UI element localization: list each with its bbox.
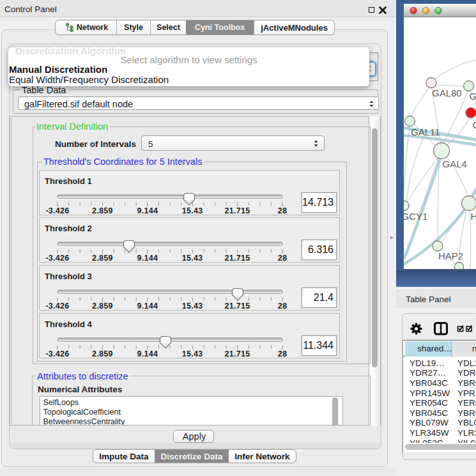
svg-text:28: 28 [278,349,288,358]
svg-text:21.715: 21.715 [225,254,250,262]
svg-text:28: 28 [278,302,288,310]
svg-text:15.43: 15.43 [182,206,203,215]
svg-text:15.43: 15.43 [182,302,203,310]
svg-text:15.43: 15.43 [182,254,203,262]
svg-text:9.144: 9.144 [137,349,158,358]
svg-text:15.43: 15.43 [182,349,203,358]
svg-text:2.859: 2.859 [92,302,113,310]
svg-text:-3.426: -3.426 [45,302,69,310]
svg-text:9.144: 9.144 [137,302,158,310]
svg-text:21.715: 21.715 [225,302,250,310]
svg-text:9.144: 9.144 [137,206,158,215]
svg-text:-3.426: -3.426 [45,254,69,262]
svg-text:2.859: 2.859 [92,206,113,215]
svg-text:2.859: 2.859 [92,254,113,262]
svg-text:HA: HA [471,211,476,222]
svg-text:CY: CY [473,119,476,130]
svg-text:21.715: 21.715 [225,206,250,215]
svg-text:GAL80: GAL80 [432,88,462,98]
svg-text:GCY1: GCY1 [404,211,427,222]
svg-text:21.715: 21.715 [225,349,250,358]
svg-text:-3.426: -3.426 [45,206,69,215]
svg-text:-3.426: -3.426 [45,349,69,358]
svg-text:28: 28 [278,254,288,262]
svg-text:28: 28 [278,206,288,215]
svg-text:HAP2: HAP2 [438,250,463,261]
svg-text:GAL4: GAL4 [443,158,467,169]
svg-text:9.144: 9.144 [137,254,158,262]
svg-text:2.859: 2.859 [92,349,113,358]
svg-text:GA: GA [470,91,476,102]
svg-text:GAL11: GAL11 [411,127,440,137]
